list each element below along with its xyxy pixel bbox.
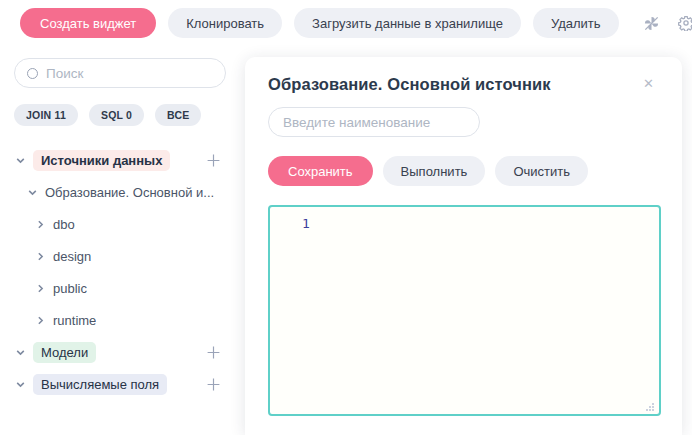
chevron-right-icon[interactable] — [34, 282, 46, 294]
sql-code-editor[interactable]: 1 — [268, 205, 661, 416]
tree-item-label: Источники данных — [33, 150, 170, 171]
search-box — [14, 58, 226, 88]
line-number: 1 — [302, 216, 310, 231]
tree-item-calculated-fields[interactable]: Вычисляемые поля — [14, 368, 226, 400]
add-calculated-field-button[interactable] — [204, 375, 222, 393]
add-source-button[interactable] — [204, 151, 222, 169]
panel-buttons: Сохранить Выполнить Очистить — [268, 156, 660, 186]
topbar: Создать виджет Клонировать Загрузить дан… — [0, 0, 692, 46]
filter-badges: JOIN 11 SQL 0 ВСЕ — [14, 104, 226, 126]
tree-item-runtime[interactable]: runtime — [14, 304, 226, 336]
source-editor-panel: Образование. Основной источник ✕ Сохрани… — [245, 57, 682, 435]
chevron-right-icon[interactable] — [34, 218, 46, 230]
panel-header: Образование. Основной источник ✕ — [268, 75, 660, 94]
tree-item-data-sources[interactable]: Источники данных — [14, 144, 226, 176]
tree-item-public[interactable]: public — [14, 272, 226, 304]
clone-button[interactable]: Клонировать — [168, 8, 282, 38]
chevron-right-icon[interactable] — [34, 250, 46, 262]
resize-grip-icon[interactable] — [643, 398, 655, 410]
tree-item-label: dbo — [53, 217, 75, 232]
create-widget-button[interactable]: Создать виджет — [20, 8, 156, 38]
tree-item-label: runtime — [53, 313, 96, 328]
name-input[interactable] — [268, 107, 480, 137]
panel-title: Образование. Основной источник — [268, 75, 551, 94]
chevron-down-icon[interactable] — [14, 378, 26, 390]
badge-sql[interactable]: SQL 0 — [89, 104, 144, 126]
save-button[interactable]: Сохранить — [268, 156, 373, 186]
delete-button[interactable]: Удалить — [533, 8, 619, 38]
load-to-storage-button[interactable]: Загрузить данные в хранилище — [294, 8, 521, 38]
chevron-down-icon[interactable] — [26, 186, 38, 198]
tree-item-label: Вычисляемые поля — [33, 374, 167, 395]
tree-item-design[interactable]: design — [14, 240, 226, 272]
pinwheel-slash-icon[interactable] — [643, 12, 660, 34]
data-tree: Источники данных Образование. Основной и… — [14, 144, 226, 400]
badge-join[interactable]: JOIN 11 — [14, 104, 78, 126]
chevron-down-icon[interactable] — [14, 346, 26, 358]
search-input[interactable] — [46, 66, 213, 81]
sidebar: JOIN 11 SQL 0 ВСЕ Источники данных Образ… — [0, 46, 240, 435]
chevron-down-icon[interactable] — [14, 154, 26, 166]
close-icon[interactable]: ✕ — [639, 75, 658, 92]
search-icon — [27, 68, 38, 79]
gear-icon[interactable] — [678, 12, 692, 34]
badge-all[interactable]: ВСЕ — [155, 104, 201, 126]
add-model-button[interactable] — [204, 343, 222, 361]
run-button[interactable]: Выполнить — [383, 156, 486, 186]
tree-item-education-source[interactable]: Образование. Основной и... — [14, 176, 226, 208]
tree-item-dbo[interactable]: dbo — [14, 208, 226, 240]
tree-item-label: public — [53, 281, 87, 296]
clear-button[interactable]: Очистить — [495, 156, 588, 186]
tree-item-label: Модели — [33, 342, 96, 363]
tree-item-models[interactable]: Модели — [14, 336, 226, 368]
chevron-right-icon[interactable] — [34, 314, 46, 326]
tree-item-label: Образование. Основной и... — [45, 185, 214, 200]
tree-item-label: design — [53, 249, 91, 264]
